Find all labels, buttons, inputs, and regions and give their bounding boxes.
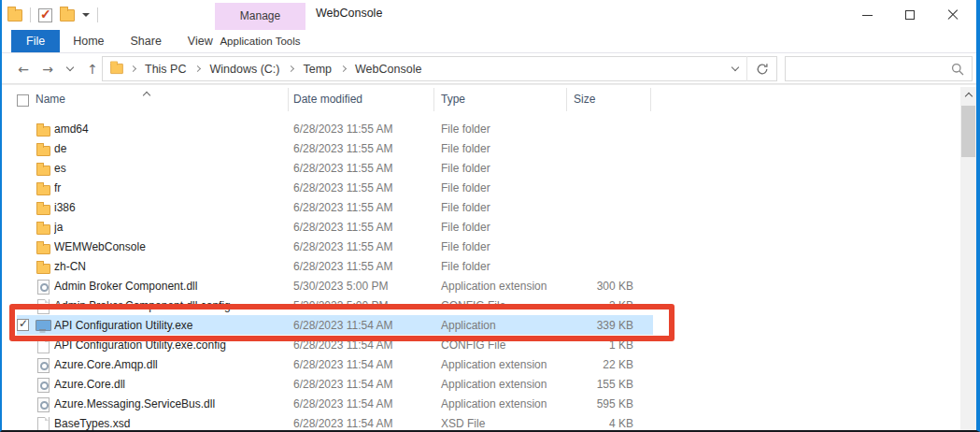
close-icon <box>947 9 959 21</box>
close-button[interactable] <box>931 0 974 30</box>
separator <box>30 7 31 22</box>
file-size: 595 KB <box>589 397 633 410</box>
file-row[interactable]: API Configuration Utility.exe 6/28/2023 … <box>17 315 653 335</box>
search-input[interactable] <box>786 57 951 80</box>
address-bar[interactable]: This PC Windows (C:) Temp WebConsole <box>102 56 777 81</box>
folder-icon <box>36 259 50 274</box>
file-type: File folder <box>437 201 589 214</box>
file-date-modified: 6/28/2023 11:55 AM <box>291 142 437 155</box>
column-header-size[interactable]: Size <box>574 87 595 112</box>
forward-button[interactable]: → <box>36 53 60 84</box>
file-row[interactable]: Azure.Messaging.ServiceBus.dll 6/28/2023… <box>17 394 653 413</box>
scrollbar-thumb[interactable] <box>961 106 975 157</box>
file-size: 1 KB <box>589 338 633 352</box>
file-row[interactable]: API Configuration Utility.exe.config 6/2… <box>17 335 653 354</box>
minimize-button[interactable] <box>845 0 888 30</box>
file-row[interactable]: Azure.Core.dll 6/28/2023 11:54 AM Applic… <box>17 374 653 394</box>
column-header-row: Name Date modified Type Size <box>2 87 958 112</box>
column-header-date-modified[interactable]: Date modified <box>293 87 362 112</box>
breadcrumb-temp[interactable]: Temp <box>300 61 334 78</box>
sort-ascending-icon <box>144 88 149 101</box>
dll-icon <box>36 396 50 411</box>
select-all-checkbox[interactable] <box>17 94 29 107</box>
file-name: i386 <box>54 201 291 214</box>
file-size: 339 KB <box>589 319 633 332</box>
file-row[interactable]: Admin Broker Component.dll 5/30/2023 5:0… <box>17 276 653 295</box>
file-type: XSD File <box>437 417 589 430</box>
qat-properties-icon[interactable] <box>38 8 52 22</box>
recent-locations-button[interactable] <box>60 53 80 84</box>
folder-icon <box>36 239 50 254</box>
title-bar: Manage WebConsole <box>2 0 976 30</box>
file-name: amd64 <box>54 122 291 136</box>
scroll-up-button[interactable] <box>960 87 976 102</box>
column-header-type[interactable]: Type <box>441 87 465 112</box>
file-type: Application extension <box>437 378 589 391</box>
file-row[interactable]: Admin Broker Component.dll.config 5/30/2… <box>17 295 653 315</box>
breadcrumb-chevron-icon <box>340 65 347 72</box>
file-row[interactable]: amd64 6/28/2023 11:55 AM File folder <box>17 119 653 138</box>
file-row[interactable]: zh-CN 6/28/2023 11:55 AM File folder <box>17 256 653 276</box>
folder-icon <box>36 200 50 215</box>
file-row[interactable]: ja 6/28/2023 11:55 AM File folder <box>17 217 653 237</box>
file-name: es <box>54 162 291 175</box>
file-type: File folder <box>437 162 589 175</box>
refresh-button[interactable] <box>746 56 776 81</box>
maximize-button[interactable] <box>888 0 931 30</box>
file-type: CONFIG File <box>437 299 589 312</box>
breadcrumb: This PC Windows (C:) Temp WebConsole <box>103 61 724 78</box>
address-dropdown-button[interactable] <box>724 56 746 81</box>
breadcrumb-windows-c[interactable]: Windows (C:) <box>206 61 282 78</box>
file-row[interactable]: Azure.Core.Amqp.dll 6/28/2023 11:54 AM A… <box>17 354 653 374</box>
breadcrumb-chevron-icon <box>288 65 294 72</box>
folder-icon <box>36 180 50 195</box>
file-explorer-window: Manage WebConsole File Home Share View ?… <box>0 0 980 432</box>
tab-home[interactable]: Home <box>60 30 117 52</box>
tab-share[interactable]: Share <box>118 30 175 52</box>
search-box <box>785 56 973 81</box>
file-row[interactable]: WEMWebConsole 6/28/2023 11:55 AM File fo… <box>17 237 653 256</box>
file-name: de <box>54 142 291 155</box>
file-row[interactable]: de 6/28/2023 11:55 AM File folder <box>17 138 653 158</box>
file-row[interactable]: i386 6/28/2023 11:55 AM File folder <box>17 197 653 217</box>
qat-customize-caret-icon[interactable] <box>82 13 90 17</box>
chevron-down-icon <box>66 64 74 71</box>
breadcrumb-webconsole[interactable]: WebConsole <box>352 61 424 78</box>
dll-icon <box>36 377 50 392</box>
file-type: CONFIG File <box>437 338 589 352</box>
file-date-modified: 6/28/2023 11:55 AM <box>291 162 437 175</box>
file-size: 4 KB <box>589 417 633 430</box>
file-size: 155 KB <box>589 378 633 391</box>
column-header-name[interactable]: Name <box>36 87 65 112</box>
vertical-scrollbar[interactable] <box>960 87 976 430</box>
page-icon <box>36 416 50 431</box>
breadcrumb-this-pc[interactable]: This PC <box>142 61 189 78</box>
file-type: Application extension <box>437 358 589 371</box>
file-date-modified: 6/28/2023 11:55 AM <box>291 201 437 214</box>
file-type: File folder <box>437 181 589 194</box>
file-row[interactable]: fr 6/28/2023 11:55 AM File folder <box>17 178 653 197</box>
ribbon-tab-row: File Home Share View ? <box>2 30 976 53</box>
qat-new-folder-icon[interactable] <box>60 9 75 22</box>
file-name: fr <box>54 181 291 194</box>
file-type: File folder <box>437 221 589 234</box>
file-name: API Configuration Utility.exe.config <box>54 338 291 352</box>
tab-file[interactable]: File <box>11 30 60 52</box>
file-date-modified: 6/28/2023 11:54 AM <box>291 358 437 371</box>
file-row[interactable]: es 6/28/2023 11:55 AM File folder <box>17 158 653 178</box>
file-date-modified: 6/28/2023 11:55 AM <box>291 240 437 253</box>
dll-icon <box>36 279 50 294</box>
tab-application-tools[interactable]: Application Tools <box>215 30 305 52</box>
back-arrow-icon: ← <box>18 62 29 77</box>
contextual-tab-group-manage: Manage <box>215 3 305 30</box>
row-checkbox[interactable] <box>17 319 29 331</box>
file-list-pane: Name Date modified Type Size amd64 6/28/… <box>2 84 976 430</box>
file-name: Azure.Messaging.ServiceBus.dll <box>54 397 291 410</box>
file-name: Admin Broker Component.dll <box>54 280 291 293</box>
breadcrumb-chevron-icon <box>194 65 201 72</box>
breadcrumb-chevron-icon <box>130 65 136 72</box>
minimize-icon <box>862 15 873 16</box>
forward-arrow-icon: → <box>42 62 53 77</box>
back-button[interactable]: ← <box>11 53 36 84</box>
file-row[interactable]: BaseTypes.xsd 6/28/2023 11:54 AM XSD Fil… <box>17 413 653 432</box>
